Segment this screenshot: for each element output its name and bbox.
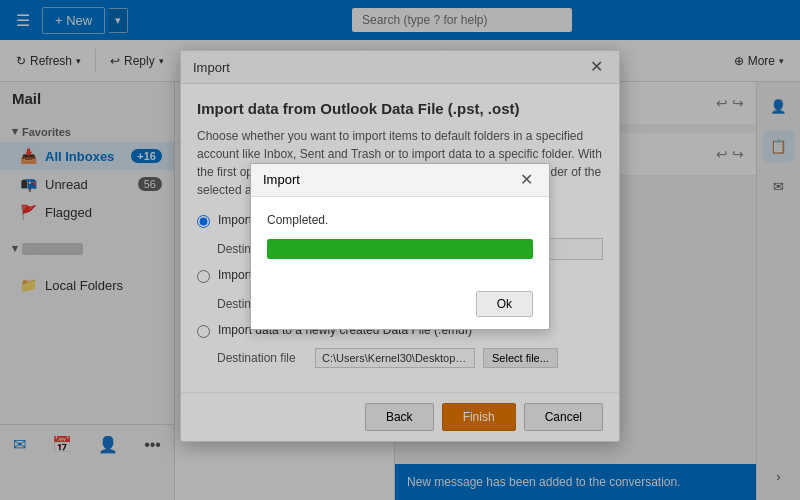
- completed-dialog-overlay: Import ✕ Completed. Ok: [181, 51, 619, 441]
- completed-dialog-content: Completed.: [251, 197, 549, 291]
- modal-overlay: Import ✕ Import data from Outlook Data F…: [0, 0, 800, 500]
- completed-dialog-title: Import: [263, 172, 300, 187]
- completed-dialog: Import ✕ Completed. Ok: [250, 163, 550, 330]
- progress-bar-fill: [267, 239, 533, 259]
- completed-dialog-close[interactable]: ✕: [516, 172, 537, 188]
- completed-dialog-footer: Ok: [251, 291, 549, 329]
- ok-button[interactable]: Ok: [476, 291, 533, 317]
- completed-message: Completed.: [267, 213, 533, 227]
- progress-bar-wrap: [267, 239, 533, 259]
- import-dialog: Import ✕ Import data from Outlook Data F…: [180, 50, 620, 442]
- completed-dialog-titlebar: Import ✕: [251, 164, 549, 197]
